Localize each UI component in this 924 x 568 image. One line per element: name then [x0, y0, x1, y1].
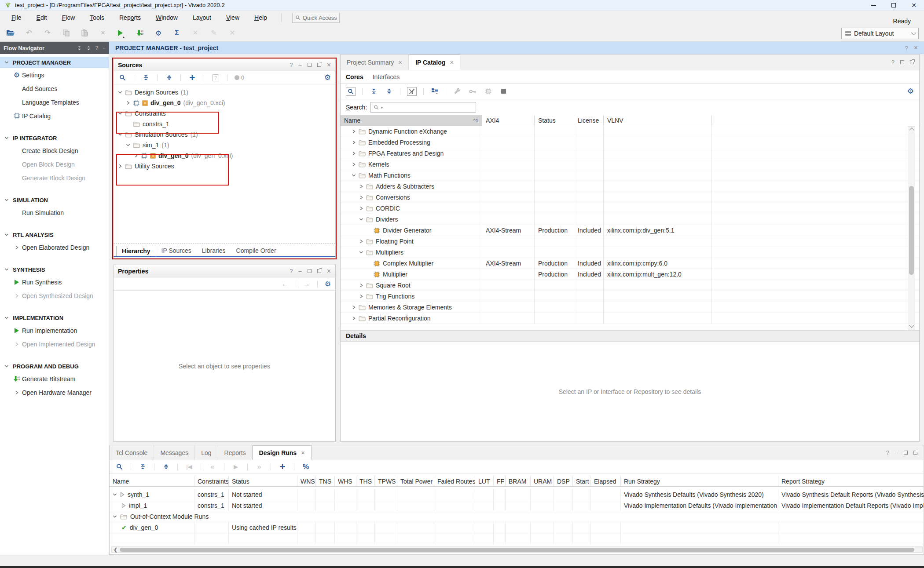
flownav-item-open-synthesized-design[interactable]: Open Synthesized Design	[0, 289, 109, 302]
subtab-interfaces[interactable]: Interfaces	[368, 73, 404, 80]
menu-window[interactable]: Window	[150, 12, 183, 23]
scroll-left-icon[interactable]: ❮	[114, 547, 117, 553]
expand-all-button[interactable]	[165, 73, 173, 83]
properties-title-bar[interactable]: Properties ? – ×	[114, 265, 335, 277]
column-header-license[interactable]: License	[574, 115, 604, 126]
flownav-item-open-implemented-design[interactable]: Open Implemented Design	[0, 337, 109, 351]
back-arrow-icon[interactable]: ←	[282, 280, 289, 288]
flownav-section-rtl-analysis[interactable]: RTL ANALYSIS	[0, 229, 109, 240]
ip-row-divider-generator[interactable]: Divider Generator	[341, 225, 482, 236]
maximize-icon[interactable]	[904, 451, 908, 455]
close-window-button[interactable]: ✕	[904, 0, 924, 11]
maximize-icon[interactable]	[308, 63, 312, 67]
flownav-section-project-manager[interactable]: PROJECT MANAGER	[0, 57, 109, 68]
chevron-right-icon[interactable]	[359, 239, 363, 244]
chevron-down-icon[interactable]	[4, 267, 9, 272]
search-button[interactable]	[115, 462, 124, 472]
tab-tcl-console[interactable]: Tcl Console	[110, 445, 154, 460]
help-icon[interactable]: ?	[290, 62, 293, 68]
chevron-down-icon[interactable]	[359, 250, 363, 255]
float-icon[interactable]	[913, 451, 917, 455]
menu-layout[interactable]: Layout	[187, 12, 216, 23]
add-button[interactable]: +	[188, 73, 197, 83]
report-summary-button[interactable]: Σ	[172, 28, 181, 38]
ip-row-complex-multiplier[interactable]: Complex Multiplier	[341, 258, 482, 269]
menu-view[interactable]: View	[221, 12, 245, 23]
settings-button[interactable]: ⚙	[154, 28, 163, 38]
flownav-item-ip-catalog[interactable]: IP Catalog	[0, 109, 109, 123]
column-header-status[interactable]: Status	[229, 476, 297, 487]
column-header-failed-routes[interactable]: Failed Routes	[434, 476, 475, 487]
quick-access-input[interactable]	[303, 15, 338, 21]
column-header-total-power[interactable]: Total Power	[397, 476, 434, 487]
chevron-down-icon[interactable]	[126, 143, 130, 147]
ip-row-kernels[interactable]: Kernels	[341, 159, 482, 170]
maximize-window-button[interactable]	[884, 0, 904, 11]
minimize-window-button[interactable]	[863, 0, 884, 11]
flownav-section-implementation[interactable]: IMPLEMENTATION	[0, 312, 109, 324]
ip-row-partial-reconfiguration[interactable]: Partial Reconfiguration	[341, 313, 482, 324]
chevron-right-icon[interactable]	[134, 153, 138, 158]
chevron-right-icon[interactable]	[352, 162, 356, 167]
flownav-item-settings[interactable]: ⚙Settings	[0, 68, 109, 82]
collapse-all-button[interactable]	[141, 73, 150, 83]
help-icon[interactable]: ?	[886, 449, 889, 456]
horizontal-scrollbar[interactable]: ❮	[111, 546, 923, 553]
ip-row-conversions[interactable]: Conversions	[341, 192, 482, 203]
add-button[interactable]: +	[278, 462, 287, 472]
tab-ip-sources[interactable]: IP Sources	[156, 246, 197, 256]
maximize-icon[interactable]	[900, 60, 904, 64]
chevron-right-icon[interactable]	[352, 151, 356, 156]
close-icon[interactable]: ×	[914, 46, 918, 50]
flownav-item-language-templates[interactable]: Language Templates	[0, 95, 109, 109]
clipboard-help-button[interactable]: ?	[211, 73, 220, 83]
menu-help[interactable]: Help	[249, 12, 272, 23]
ip-row-adders-subtracters[interactable]: Adders & Subtracters	[341, 181, 482, 192]
layout-selector[interactable]: Default Layout	[841, 28, 919, 39]
minimize-panel-icon[interactable]: –	[103, 45, 106, 51]
tab-reports[interactable]: Reports	[218, 445, 253, 460]
tree-item-div_gen_0[interactable]: div_gen_0(div_gen_0.xci)	[114, 98, 335, 108]
redo-button[interactable]: ↷	[43, 28, 52, 38]
help-icon[interactable]: ?	[891, 59, 895, 66]
tab-hierarchy[interactable]: Hierarchy	[116, 246, 156, 256]
tree-item-design-sources[interactable]: Design Sources(1)	[114, 87, 335, 98]
tree-item-constrs_1[interactable]: constrs_1	[114, 119, 335, 129]
scrollbar-thumb[interactable]	[909, 186, 914, 275]
chevron-right-icon[interactable]	[359, 294, 363, 299]
search-button[interactable]	[346, 87, 356, 96]
percent-button[interactable]: %	[301, 462, 310, 472]
flownav-item-open-block-design[interactable]: Open Block Design	[0, 157, 109, 171]
sources-title-bar[interactable]: Sources ? – ×	[114, 59, 335, 71]
column-header-bram[interactable]: BRAM	[506, 476, 531, 487]
chevron-right-icon[interactable]	[359, 195, 363, 200]
chevron-down-icon[interactable]	[4, 364, 9, 368]
column-header-ff[interactable]: FF	[494, 476, 506, 487]
undo-button[interactable]: ↶	[25, 28, 33, 38]
column-header-run-strategy[interactable]: Run Strategy	[621, 476, 778, 487]
minimize-icon[interactable]: –	[298, 268, 301, 274]
tree-item-simulation-sources[interactable]: Simulation Sources(1)	[114, 129, 335, 140]
chevron-down-icon[interactable]	[118, 90, 122, 95]
expand-all-button[interactable]	[161, 462, 170, 472]
ip-row-floating-point[interactable]: Floating Point	[341, 236, 482, 247]
stop-square-button[interactable]	[499, 86, 508, 97]
flownav-section-program-and-debug[interactable]: PROGRAM AND DEBUG	[0, 360, 109, 372]
run-row-div_gen_0[interactable]: ✔div_gen_0	[110, 522, 194, 533]
ip-row-math-functions[interactable]: Math Functions	[341, 170, 482, 181]
chevron-right-icon[interactable]	[359, 206, 363, 211]
chevron-down-icon[interactable]	[359, 217, 363, 222]
flownav-section-simulation[interactable]: SIMULATION	[0, 194, 109, 206]
tree-item-sim_1[interactable]: sim_1(1)	[114, 140, 335, 150]
tree-item-div_gen_0[interactable]: div_gen_0(div_gen_0.xci)	[114, 150, 335, 161]
tab-messages[interactable]: Messages	[154, 445, 195, 460]
ip-search-input[interactable]	[385, 104, 473, 111]
chevron-right-icon[interactable]	[15, 390, 19, 395]
chevron-down-icon[interactable]	[118, 132, 122, 137]
ip-row-multiplier[interactable]: Multiplier	[341, 269, 482, 280]
chevron-down-icon[interactable]	[4, 60, 9, 65]
chevron-down-icon[interactable]	[113, 514, 117, 519]
ip-row-dynamic-function-exchange[interactable]: Dynamic Function eXchange	[341, 126, 482, 137]
scrollbar-thumb[interactable]	[120, 548, 914, 552]
close-icon[interactable]: ×	[327, 63, 331, 67]
